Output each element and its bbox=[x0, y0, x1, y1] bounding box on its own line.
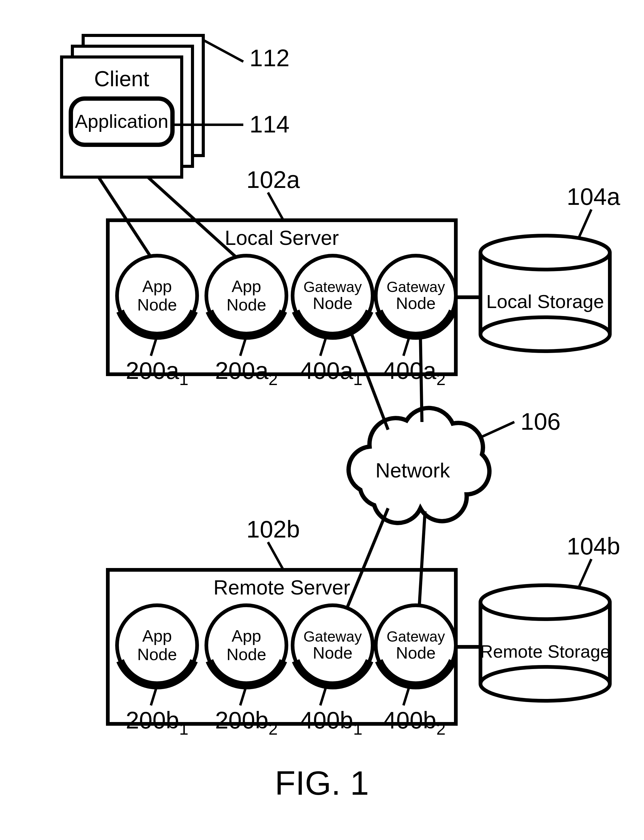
conn-net-gwb2 bbox=[419, 511, 425, 613]
ref-102b: 102b bbox=[246, 516, 300, 543]
svg-text:400b1: 400b1 bbox=[300, 707, 363, 738]
leader-102a bbox=[268, 192, 283, 220]
network-cloud: Network bbox=[348, 408, 490, 523]
svg-text:Gateway: Gateway bbox=[303, 279, 361, 295]
ref-102a: 102a bbox=[246, 166, 300, 193]
svg-text:App: App bbox=[142, 626, 172, 645]
svg-text:400a2: 400a2 bbox=[383, 357, 446, 388]
local-node-2: Gateway Node bbox=[292, 256, 373, 336]
svg-text:Node: Node bbox=[137, 645, 177, 664]
local-server-group: Local Server 102a App Node App Node Gate… bbox=[108, 166, 456, 388]
local-node-1: App Node bbox=[206, 256, 286, 336]
remote-node-1: App Node bbox=[206, 605, 286, 685]
svg-text:200b1: 200b1 bbox=[126, 707, 189, 738]
local-server-title: Local Server bbox=[225, 227, 339, 249]
remote-node-2: Gateway Node bbox=[292, 605, 373, 685]
ref-114: 114 bbox=[250, 110, 289, 138]
diagram-root: Client Application 112 114 Local Server … bbox=[0, 0, 644, 840]
svg-text:Node: Node bbox=[396, 294, 435, 312]
svg-text:Gateway: Gateway bbox=[386, 279, 445, 295]
figure-label: FIG. 1 bbox=[275, 764, 369, 802]
remote-server-group: Remote Server 102b App Node App Node Gat… bbox=[108, 516, 456, 738]
remote-storage-title: Remote Storage bbox=[480, 641, 610, 661]
leader-104a bbox=[579, 209, 591, 237]
svg-text:Node: Node bbox=[312, 294, 352, 312]
leader-106 bbox=[480, 422, 514, 437]
svg-text:App: App bbox=[232, 626, 261, 645]
svg-text:200a1: 200a1 bbox=[126, 357, 189, 388]
svg-text:App: App bbox=[142, 277, 172, 296]
local-storage-title: Local Storage bbox=[486, 291, 604, 312]
ref-104a: 104a bbox=[567, 183, 620, 210]
svg-point-24 bbox=[480, 317, 610, 351]
svg-text:200a2: 200a2 bbox=[215, 357, 278, 388]
svg-text:App: App bbox=[232, 277, 261, 296]
ref-112: 112 bbox=[250, 44, 289, 71]
svg-point-25 bbox=[480, 236, 610, 270]
local-node-3: Gateway Node bbox=[376, 256, 456, 336]
client-title: Client bbox=[94, 67, 150, 91]
ref-104b: 104b bbox=[567, 533, 620, 560]
svg-text:Node: Node bbox=[312, 643, 352, 662]
conn-net-gwb1 bbox=[345, 508, 388, 613]
remote-server-title: Remote Server bbox=[214, 576, 350, 599]
svg-text:Node: Node bbox=[227, 296, 266, 314]
remote-node-0: App Node bbox=[117, 605, 197, 685]
svg-text:200b2: 200b2 bbox=[215, 707, 278, 738]
leader-112 bbox=[203, 40, 243, 62]
svg-text:Gateway: Gateway bbox=[303, 628, 361, 645]
svg-text:Node: Node bbox=[137, 296, 177, 314]
conn-gwa2-net bbox=[421, 336, 422, 422]
network-title: Network bbox=[375, 459, 450, 482]
remote-node-3: Gateway Node bbox=[376, 605, 456, 685]
svg-text:400b2: 400b2 bbox=[383, 707, 446, 738]
svg-text:Node: Node bbox=[227, 645, 266, 664]
leader-104b bbox=[579, 559, 591, 587]
svg-text:400a1: 400a1 bbox=[300, 357, 363, 388]
svg-point-46 bbox=[480, 667, 610, 701]
ref-106: 106 bbox=[521, 408, 560, 435]
local-storage: Local Storage bbox=[480, 236, 610, 351]
svg-text:Gateway: Gateway bbox=[386, 628, 445, 645]
client-app-label: Application bbox=[75, 110, 168, 132]
remote-storage: Remote Storage bbox=[480, 585, 610, 701]
local-node-0: App Node bbox=[117, 256, 197, 336]
leader-102b bbox=[268, 542, 283, 570]
svg-text:Node: Node bbox=[396, 643, 435, 662]
client-stack: Client Application bbox=[62, 35, 203, 177]
svg-point-47 bbox=[480, 585, 610, 619]
